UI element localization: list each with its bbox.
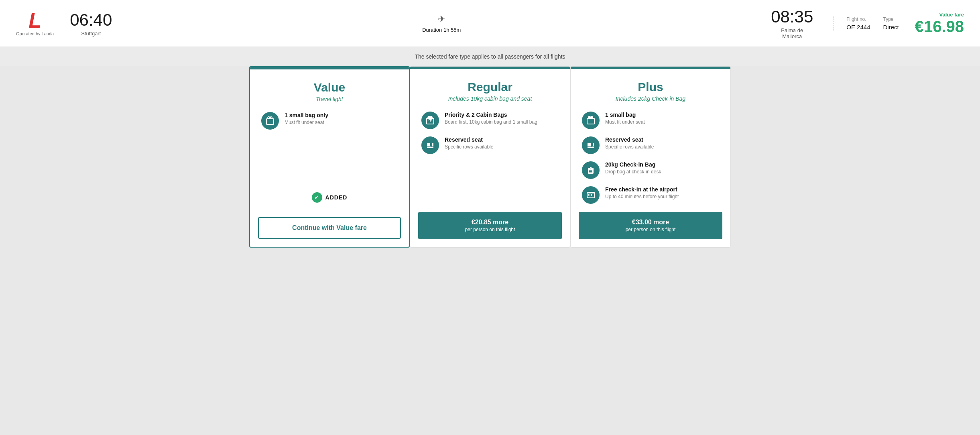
upgrade-regular-button[interactable]: €20.85 more per person on this flight: [418, 212, 562, 239]
fare-feature-priority: Priority & 2 Cabin Bags Board first, 10k…: [421, 112, 559, 129]
bag-icon: [261, 112, 279, 130]
arrive-time: 08:35: [771, 7, 813, 26]
feature-text-seat-plus: Reserved seat Specific rows available: [605, 136, 654, 150]
fare-cards: Value Travel light 1 small bag only Must…: [249, 66, 731, 248]
added-label: ADDED: [325, 194, 348, 201]
airline-logo-letter: L: [28, 10, 41, 31]
flight-header: L Operated by Lauda 06:40 Stuttgart ✈ Du…: [0, 0, 980, 47]
fare-feature-bag-plus: 1 small bag Must fit under seat: [582, 112, 719, 129]
checkin-bag-icon: [582, 161, 600, 179]
feature-title-seat-regular: Reserved seat: [445, 136, 493, 143]
feature-title-small-bag: 1 small bag only: [285, 112, 328, 118]
plus-per-person: per person on this flight: [585, 227, 716, 233]
fare-feature-free-checkin: Free check-in at the airport Up to 40 mi…: [582, 186, 719, 204]
arrive-city: Palma deMallorca: [781, 27, 803, 39]
fare-feature-seat-plus: Reserved seat Specific rows available: [582, 136, 719, 154]
flight-type-label: Type: [883, 16, 899, 22]
feature-desc-priority: Board first, 10kg cabin bag and 1 small …: [445, 119, 537, 126]
flight-no-label: Flight no.: [846, 16, 870, 22]
price-fare-label: Value fare: [915, 12, 964, 18]
fare-feature-seat-regular: Reserved seat Specific rows available: [421, 136, 559, 154]
airline-logo-area: L Operated by Lauda: [16, 10, 54, 37]
fare-features-plus: 1 small bag Must fit under seat Reserved…: [582, 112, 719, 204]
feature-text-free-checkin: Free check-in at the airport Up to 40 mi…: [605, 186, 679, 200]
notice-bar: The selected fare type applies to all pa…: [0, 47, 980, 66]
fare-subtitle-regular: Includes 10kg cabin bag and seat: [421, 96, 559, 102]
flight-no-col: Flight no. OE 2444: [846, 16, 870, 30]
fare-subtitle-value: Travel light: [261, 96, 398, 102]
fare-features-regular: Priority & 2 Cabin Bags Board first, 10k…: [421, 112, 559, 204]
fare-feature-checkin-bag: 20kg Check-in Bag Drop bag at check-in d…: [582, 161, 719, 179]
flight-details: Flight no. OE 2444 Type Direct: [833, 16, 899, 30]
continue-value-button[interactable]: Continue with Value fare: [258, 217, 401, 239]
fare-subtitle-plus: Includes 20kg Check-in Bag: [582, 96, 719, 102]
depart-city: Stuttgart: [81, 30, 101, 37]
fare-features-value: 1 small bag only Must fit under seat: [261, 112, 398, 184]
plane-icon: ✈: [438, 14, 445, 24]
price-area: Value fare €16.98: [915, 12, 964, 35]
added-check-icon: ✓: [312, 192, 322, 203]
price-value: €16.98: [915, 18, 964, 35]
fare-card-body-value: Value Travel light 1 small bag only Must…: [250, 69, 409, 217]
added-badge: ✓ ADDED: [261, 184, 398, 209]
fare-card-plus: Plus Includes 20kg Check-in Bag 1 small …: [570, 66, 731, 248]
fare-title-plus: Plus: [582, 80, 719, 94]
fare-cards-wrapper: Value Travel light 1 small bag only Must…: [0, 66, 980, 264]
free-checkin-icon: [582, 186, 600, 204]
feature-title-checkin-bag: 20kg Check-in Bag: [605, 161, 661, 168]
priority-bags-icon: [421, 112, 439, 129]
feature-desc-checkin-bag: Drop bag at check-in desk: [605, 169, 661, 175]
fare-card-body-plus: Plus Includes 20kg Check-in Bag 1 small …: [571, 69, 730, 212]
fare-card-regular: Regular Includes 10kg cabin bag and seat…: [410, 66, 570, 248]
feature-desc-seat-plus: Specific rows available: [605, 144, 654, 150]
fare-card-footer-regular: €20.85 more per person on this flight: [410, 212, 570, 247]
seat-icon-plus: [582, 136, 600, 154]
regular-per-person: per person on this flight: [425, 227, 555, 233]
fare-title-value: Value: [261, 81, 398, 94]
feature-desc-free-checkin: Up to 40 minutes before your flight: [605, 193, 679, 200]
upgrade-plus-button[interactable]: €33.00 more per person on this flight: [579, 212, 722, 239]
feature-title-seat-plus: Reserved seat: [605, 136, 654, 143]
feature-title-bag-plus: 1 small bag: [605, 112, 645, 118]
feature-desc-seat-regular: Specific rows available: [445, 144, 493, 150]
fare-title-regular: Regular: [421, 80, 559, 94]
feature-text-priority: Priority & 2 Cabin Bags Board first, 10k…: [445, 112, 537, 126]
feature-desc-small-bag: Must fit under seat: [285, 119, 328, 126]
flight-route: ✈ Duration 1h 55m: [128, 14, 755, 33]
fare-card-value: Value Travel light 1 small bag only Must…: [249, 66, 410, 248]
flight-type-value: Direct: [883, 24, 899, 30]
flight-type-col: Type Direct: [883, 16, 899, 30]
duration-label: Duration 1h 55m: [422, 27, 461, 33]
feature-text-checkin-bag: 20kg Check-in Bag Drop bag at check-in d…: [605, 161, 661, 175]
feature-text-seat-regular: Reserved seat Specific rows available: [445, 136, 493, 150]
flight-no-value: OE 2444: [846, 24, 870, 30]
depart-time: 06:40: [70, 10, 112, 30]
fare-card-body-regular: Regular Includes 10kg cabin bag and seat…: [410, 69, 570, 212]
bag-icon-plus: [582, 112, 600, 129]
fare-card-footer-value: Continue with Value fare: [250, 217, 409, 247]
fare-feature-small-bag: 1 small bag only Must fit under seat: [261, 112, 398, 130]
operated-by-label: Operated by Lauda: [16, 31, 54, 37]
feature-text-small-bag: 1 small bag only Must fit under seat: [285, 112, 328, 126]
seat-icon-regular: [421, 136, 439, 154]
fare-card-footer-plus: €33.00 more per person on this flight: [571, 212, 730, 247]
feature-title-free-checkin: Free check-in at the airport: [605, 186, 679, 193]
feature-text-bag-plus: 1 small bag Must fit under seat: [605, 112, 645, 126]
feature-desc-bag-plus: Must fit under seat: [605, 119, 645, 126]
feature-title-priority: Priority & 2 Cabin Bags: [445, 112, 537, 118]
